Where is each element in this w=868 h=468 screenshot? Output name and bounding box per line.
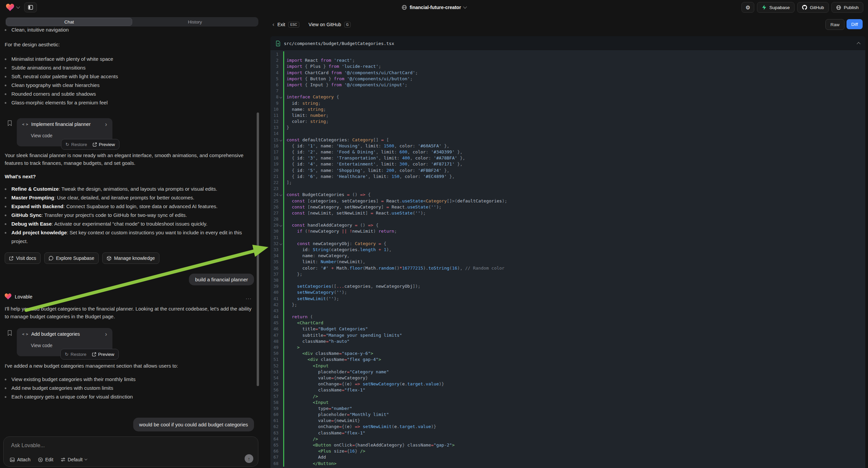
tab-chat[interactable]: Chat [6, 18, 132, 26]
restore-button[interactable]: ↻Restore [65, 351, 87, 357]
assistant-header: Lovable [5, 293, 33, 299]
toggle-sidebar-button[interactable] [24, 2, 37, 12]
code-line: 17 { id: '2', name: 'Food & Dining', lim… [271, 149, 865, 155]
code-line: 19 { id: '4', name: 'Entertainment', lim… [271, 161, 865, 167]
code-line: 6import { Input } from '@/components/ui/… [271, 82, 865, 88]
publish-button[interactable]: Publish [831, 2, 863, 13]
fold-chevron-icon[interactable] [279, 96, 282, 98]
assistant-reply-intro: I'll help you add budget categories to t… [5, 305, 253, 320]
prompt-input[interactable]: Ask Lovable... Attach Edit Default ↑ [3, 436, 258, 467]
view-code-link[interactable]: View code [31, 343, 52, 348]
preview-button[interactable]: Preview [92, 352, 115, 357]
send-button[interactable]: ↑ [245, 454, 253, 463]
file-added-icon [276, 40, 280, 46]
code-line: 68 </Button> [271, 461, 865, 467]
file-diff-card: src/components/budget/BudgetCategories.t… [271, 36, 865, 468]
code-line: 34 name: newCategory, [271, 253, 865, 259]
edit-icon [38, 457, 43, 462]
code-line: 9 id: string; [271, 100, 865, 107]
code-line: 40 setNewCategory(''); [271, 289, 865, 295]
code-line: 37 }; [271, 271, 865, 277]
mode-select[interactable]: Default [61, 457, 87, 462]
code-icon: < > [22, 332, 28, 337]
file-path: src/components/budget/BudgetCategories.t… [284, 41, 854, 46]
code-line: 47 subtitle="Manage your spending limits… [271, 332, 865, 339]
tab-history[interactable]: History [132, 18, 258, 26]
list-item: Rounded corners and subtle shadows [5, 90, 250, 98]
code-line: 3import { Plus } from 'lucide-react'; [271, 63, 865, 69]
edit-button[interactable]: Edit [38, 457, 53, 462]
code-line: 30 if (!newCategory || !newLimit) return… [271, 228, 865, 234]
panel-left-icon [28, 5, 33, 10]
prompt-placeholder: Ask Lovable... [11, 442, 45, 448]
restore-button[interactable]: ↻Restore [65, 142, 87, 147]
supabase-button[interactable]: Supabase [757, 2, 795, 13]
fold-chevron-icon[interactable] [279, 138, 282, 141]
diff-toggle-button[interactable]: Diff [846, 19, 863, 29]
list-item: Clean, intuitive navigation [5, 26, 250, 34]
fold-chevron-icon[interactable] [279, 242, 282, 245]
top-bar: financial-future-creator ⚙ Supabase GitH… [0, 0, 868, 15]
chat-history-tabs: Chat History [5, 17, 258, 27]
fold-chevron-icon[interactable] [279, 224, 282, 227]
manage-knowledge-button[interactable]: Manage knowledge [102, 253, 159, 264]
file-header[interactable]: src/components/budget/BudgetCategories.t… [271, 36, 865, 51]
explore-supabase-button[interactable]: Explore Supabase [44, 253, 99, 264]
list-item: Soft, neutral color palette with light b… [5, 72, 250, 81]
code-line: 43 [271, 308, 865, 314]
code-editor[interactable]: 12import React from 'react';3import { Pl… [271, 50, 865, 468]
chevron-right-icon[interactable]: › [105, 332, 107, 337]
code-line: 20 { id: '5', name: 'Shopping', limit: 2… [271, 168, 865, 174]
code-line: 8interface Category { [271, 94, 865, 100]
code-line: 12 color: string; [271, 118, 865, 124]
code-line: 27 const [newLimit, setNewLimit] = React… [271, 210, 865, 216]
next-steps-bullets: Refine & Customize: Tweak the design, an… [5, 185, 253, 246]
settings-button[interactable]: ⚙ [742, 2, 754, 13]
code-line: 58 <Input [271, 400, 865, 406]
code-line: 5import { Button } from '@/components/ui… [271, 76, 865, 82]
code-line: 41 setNewLimit(''); [271, 296, 865, 302]
code-line: 15const defaultCategories: Category[] = … [271, 137, 865, 143]
fold-chevron-icon[interactable] [279, 194, 282, 196]
more-options-icon[interactable]: ··· [246, 295, 252, 301]
view-on-github-button[interactable]: View on GitHub G [309, 22, 351, 28]
code-line: 53 placeholder="Category name" [271, 369, 865, 375]
code-line: 52 <Input [271, 363, 865, 369]
raw-toggle-button[interactable]: Raw [826, 19, 844, 30]
chat-scrollbar[interactable] [257, 113, 259, 386]
code-line: 45 <ChartCard [271, 320, 865, 326]
view-code-link[interactable]: View code [31, 133, 52, 138]
design-bullets: Minimalist interface with plenty of whit… [5, 55, 250, 107]
added-summary: I've added a new budget categories manag… [5, 362, 253, 370]
attach-button[interactable]: Attach [10, 457, 31, 462]
github-button[interactable]: GitHub [797, 2, 829, 13]
preview-button[interactable]: Preview [93, 142, 115, 147]
exit-button[interactable]: ‹ Exit ESC [273, 22, 299, 28]
image-icon [10, 457, 15, 462]
code-line: 36 color: '#' + Math.floor(Math.random()… [271, 265, 865, 271]
code-line: 25 const [categories, setCategories] = R… [271, 198, 865, 204]
code-line: 21 { id: '6', name: 'Healthcare', limit:… [271, 174, 865, 180]
code-line: 62 onChange={(e) => setNewLimit(e.target… [271, 424, 865, 430]
code-line: 32 const newCategoryObj: Category = { [271, 241, 865, 247]
visit-docs-button[interactable]: Visit docs [5, 253, 40, 264]
code-line: 14 [271, 130, 865, 137]
code-line: 4import ChartCard from '@/components/ui/… [271, 70, 865, 76]
list-item: Expand with Backend: Connect Supabase to… [5, 202, 253, 211]
list-item: Minimalist interface with plenty of whit… [5, 55, 250, 63]
bookmark-icon[interactable] [7, 330, 12, 336]
added-bullets: View existing budget categories with the… [5, 375, 250, 401]
restore-icon: ↻ [65, 351, 68, 357]
bookmark-icon[interactable] [7, 120, 12, 126]
chevron-down-icon[interactable] [16, 5, 20, 8]
version-card-implement-financial-planner: < > Implement financial planner › View c… [0, 118, 255, 146]
chevron-right-icon[interactable]: › [105, 122, 107, 126]
chevron-down-icon [85, 458, 87, 460]
code-line: 39 setCategories([...categories, newCate… [271, 283, 865, 289]
project-chevron-down-icon[interactable] [463, 5, 467, 8]
project-name[interactable]: financial-future-creator [410, 5, 461, 10]
code-line: 28 [271, 216, 865, 222]
collapse-chevron-icon[interactable] [857, 42, 860, 46]
code-line: 46 title="Budget Categories" [271, 326, 865, 332]
lovable-logo-icon[interactable] [6, 4, 14, 11]
